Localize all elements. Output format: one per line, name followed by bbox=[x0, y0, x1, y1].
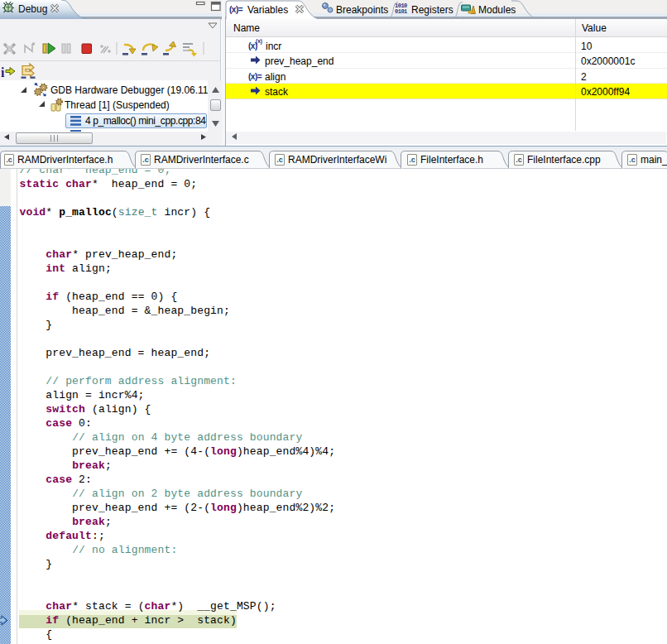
svg-text:i: i bbox=[1, 65, 5, 79]
